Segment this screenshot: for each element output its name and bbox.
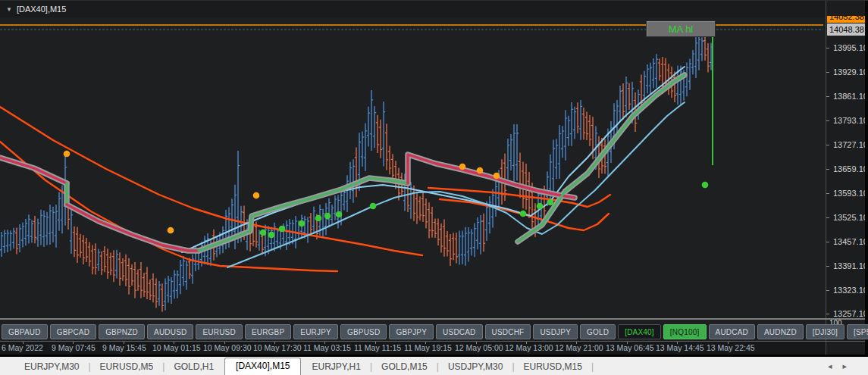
chart-tab-bar: EURJPY,M30|EURUSD,M5|GOLD,H1[DAX40],M15E… — [0, 357, 868, 375]
price-tick-mark — [826, 48, 829, 48]
price-tick-label: 13659.10 — [833, 164, 868, 173]
symbol-button-audusd[interactable]: AUDUSD — [147, 324, 193, 339]
price-tick-mark — [826, 193, 829, 194]
ma-hl-casing — [518, 75, 685, 242]
symbol-button-nq100[interactable]: [NQ100] — [663, 324, 707, 339]
scroll-right-icon[interactable]: ▸ — [842, 361, 857, 370]
tab-scroll-arrows[interactable]: ◂▸ — [828, 361, 857, 371]
price-chart[interactable] — [0, 1, 868, 357]
price-tick-mark — [826, 266, 829, 267]
chart-tabs: EURJPY,M30|EURUSD,M5|GOLD,H1[DAX40],M15E… — [15, 357, 594, 375]
buy-signal-dot — [324, 213, 331, 220]
price-axis[interactable]: 14052.38 14048.38 10020 13995.1013929.10… — [826, 1, 866, 357]
buy-signal-dot — [299, 220, 306, 227]
price-tick-mark — [826, 169, 829, 170]
symbol-button-gbpnzd[interactable]: GBPNZD — [99, 324, 145, 339]
tab-eurjpy-h1[interactable]: EURJPY,H1 — [302, 358, 369, 375]
indicator-label: MA hl — [669, 23, 694, 35]
time-tick-label: 9 May 15:45 — [102, 343, 146, 352]
buy-signal-dot — [260, 230, 267, 236]
price-tick-label: 13323.10 — [833, 286, 868, 295]
time-tick-label: 12 May 21:00 — [555, 343, 603, 352]
blue-ma-fast — [182, 67, 685, 252]
sell-signal-dot — [168, 227, 174, 234]
chart-title: [DAX40],M15 — [17, 5, 66, 14]
chevron-down-icon[interactable]: ▼ — [6, 6, 12, 13]
tab-separator: | — [591, 358, 594, 375]
buy-signal-dot — [279, 226, 286, 233]
symbol-button-dax40[interactable]: [DAX40] — [618, 324, 661, 339]
sell-signal-dot — [494, 173, 500, 180]
buy-signal-dot — [315, 215, 322, 222]
plot-layers — [0, 34, 713, 312]
price-tick-label: 13995.10 — [833, 43, 868, 52]
tab-gold-h1[interactable]: GOLD,H1 — [165, 358, 223, 375]
time-tick-label: 6 May 2022 — [2, 343, 43, 352]
time-tick-label: 10 May 09:30 — [203, 343, 252, 352]
price-tick-mark — [826, 145, 829, 145]
time-axis[interactable]: 6 May 20229 May 07:459 May 15:4510 May 0… — [0, 342, 826, 355]
tab-usdjpy-m30[interactable]: USDJPY,M30 — [439, 358, 512, 375]
buy-signal-dot — [702, 182, 709, 189]
pane-separator[interactable] — [0, 318, 865, 320]
time-tick-label: 12 May 13:00 — [505, 343, 553, 352]
symbol-button-eurjpy[interactable]: EURJPY — [293, 324, 338, 339]
scroll-left-icon[interactable]: ◂ — [828, 361, 843, 370]
chart-title-bar: ▼ [DAX40],M15 — [0, 1, 826, 17]
price-tick-mark — [826, 314, 829, 314]
buy-signal-dot — [537, 203, 544, 210]
time-tick-label: 11 May 19:15 — [404, 343, 452, 352]
symbol-button-gbpusd[interactable]: GBPUSD — [340, 324, 387, 339]
tab-gold-m15[interactable]: GOLD,M15 — [372, 358, 437, 375]
sell-signal-dot — [459, 164, 466, 170]
time-tick-label: 13 May 14:45 — [656, 343, 704, 352]
symbol-button-gold[interactable]: GOLD — [580, 324, 616, 339]
symbol-button-usdchf[interactable]: USDCHF — [485, 324, 531, 339]
symbol-button-usdjpy[interactable]: USDJPY — [533, 324, 578, 339]
ask-price-badge: 14052.38 — [827, 16, 867, 23]
price-tick-label: 13793.10 — [833, 116, 868, 125]
buy-signal-dot — [336, 211, 343, 218]
ma-hl-green — [199, 178, 408, 251]
time-tick-label: 10 May 17:30 — [253, 343, 302, 352]
buy-signal-dot — [547, 199, 554, 206]
tab-eurjpy-m30[interactable]: EURJPY,M30 — [15, 358, 88, 375]
sell-signal-dot — [64, 151, 71, 158]
time-tick-label: 11 May 03:15 — [303, 343, 351, 352]
symbol-button-audcad[interactable]: AUDCAD — [709, 324, 755, 339]
buy-signal-dot — [370, 203, 377, 210]
symbol-button-eurgbp[interactable]: EURGBP — [245, 324, 291, 339]
indicator-label-box[interactable]: MA hl — [646, 20, 716, 37]
price-tick-mark — [826, 290, 829, 291]
sell-signal-dot — [477, 167, 484, 174]
price-tick-mark — [826, 217, 829, 218]
price-tick-label: 13525.10 — [833, 213, 868, 222]
symbol-button-audnzd[interactable]: AUDNZD — [757, 324, 804, 339]
price-tick-label: 13929.10 — [833, 67, 868, 77]
window-right-margin — [865, 1, 868, 357]
price-tick-mark — [826, 242, 829, 242]
buy-signal-dot — [268, 232, 275, 239]
tab-eurusd-m5[interactable]: EURUSD,M5 — [91, 358, 163, 375]
symbol-button-gbpaud[interactable]: GBPAUD — [2, 324, 48, 339]
price-tick-mark — [826, 72, 829, 73]
price-tick-label: 13257.10 — [833, 309, 868, 318]
candlesticks — [0, 34, 713, 312]
symbol-button-gbpcad[interactable]: GBPCAD — [50, 324, 96, 339]
tab--dax40--m15[interactable]: [DAX40],M15 — [224, 358, 301, 375]
symbol-button-sp500[interactable]: [SP500] — [847, 324, 868, 339]
symbol-button-eurusd[interactable]: EURUSD — [196, 324, 242, 339]
time-tick-label: 11 May 11:15 — [354, 343, 401, 352]
tab-eurusd-m15[interactable]: EURUSD,M15 — [515, 358, 591, 375]
price-tick-mark — [826, 96, 829, 97]
price-tick-label: 13861.10 — [833, 92, 868, 101]
mt4-window: ▼ [DAX40],M15 MA hl 14052.38 14048.38 10… — [0, 0, 868, 375]
symbol-button-usdcad[interactable]: USDCAD — [436, 324, 482, 339]
time-tick-label: 12 May 05:00 — [455, 343, 503, 352]
buy-signal-dot — [520, 211, 527, 217]
price-tick-label: 13593.10 — [833, 189, 868, 198]
sell-signal-dot — [253, 192, 260, 199]
symbol-button-dji30[interactable]: [DJI30] — [806, 324, 844, 339]
time-tick-label: 9 May 07:45 — [52, 343, 96, 352]
symbol-button-gbpjpy[interactable]: GBPJPY — [389, 324, 434, 339]
